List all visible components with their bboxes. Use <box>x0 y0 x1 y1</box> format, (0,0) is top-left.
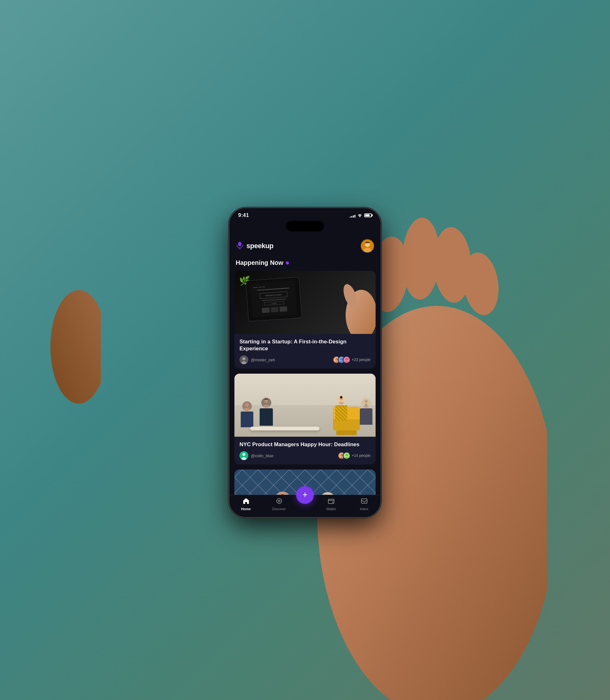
attendees-1: +23 people <box>333 356 371 363</box>
signal-bars-icon <box>350 213 355 218</box>
svg-point-40 <box>365 400 368 403</box>
svg-point-49 <box>346 454 348 456</box>
svg-point-18 <box>242 357 245 360</box>
live-dot <box>286 261 289 265</box>
svg-point-52 <box>275 492 290 495</box>
battery-fill <box>365 214 370 216</box>
status-time: 9:41 <box>238 213 249 218</box>
app-header: speekup <box>229 234 381 257</box>
svg-point-62 <box>278 500 280 502</box>
svg-point-38 <box>340 396 342 399</box>
status-bar: 9:41 <box>229 208 381 221</box>
attendee-avatar-3 <box>343 356 350 363</box>
attendee-avatar-2-2 <box>343 452 350 460</box>
home-icon <box>243 498 250 506</box>
svg-point-7 <box>359 216 360 217</box>
card-body-1: Starting in a Startup: A First-in-the-De… <box>235 334 375 369</box>
nav-home-label: Home <box>241 507 251 511</box>
battery-icon <box>364 214 372 217</box>
logo-icon <box>236 241 244 251</box>
signal-bar-2 <box>351 216 352 218</box>
svg-point-27 <box>346 358 348 360</box>
fab-icon: + <box>303 490 307 499</box>
attendee-group-1 <box>333 356 350 363</box>
host-name-1: @mister_zeh <box>251 358 275 362</box>
bottom-nav: + Home <box>229 495 381 517</box>
signal-bar-4 <box>354 215 355 218</box>
nav-wallet-label: Wallet <box>326 507 336 511</box>
svg-point-43 <box>242 453 245 456</box>
nav-discover[interactable]: Discover <box>262 498 295 511</box>
event-card-1[interactable]: 🌿 <box>235 271 375 369</box>
svg-rect-63 <box>328 499 334 503</box>
fab-button[interactable]: + <box>296 486 314 504</box>
nav-inbox-label: Inbox <box>360 507 368 511</box>
attendee-count-1: +23 people <box>352 358 371 362</box>
card-meta-1: @mister_zeh <box>239 355 371 364</box>
card-body-2: NYC Product Managers Happy Hour: Deadlin… <box>235 437 375 465</box>
attendees-2: +14 people <box>338 452 371 460</box>
card-title-1: Starting in a Startup: A First-in-the-De… <box>239 338 371 352</box>
svg-rect-8 <box>238 242 241 246</box>
nav-home[interactable]: Home <box>229 498 262 511</box>
wifi-icon <box>357 213 362 218</box>
nav-wallet[interactable]: Wallet <box>315 498 348 511</box>
phone-screen: 9:41 <box>229 208 381 517</box>
card-meta-2: @colin_blue <box>239 451 371 460</box>
svg-point-30 <box>245 403 249 407</box>
phone-frame: 9:41 <box>229 208 381 517</box>
event-card-2[interactable]: NYC Product Managers Happy Hour: Deadlin… <box>235 374 375 465</box>
app-content[interactable]: speekup <box>229 234 381 495</box>
svg-point-58 <box>320 492 335 495</box>
host-name-2: @colin_blue <box>251 453 273 458</box>
signal-bar-1 <box>350 217 351 218</box>
status-icons <box>350 213 372 218</box>
discover-icon <box>276 498 283 506</box>
svg-point-61 <box>277 498 282 503</box>
nav-inbox[interactable]: Inbox <box>348 498 381 511</box>
svg-point-6 <box>50 290 101 404</box>
wallet-icon <box>328 498 335 506</box>
dynamic-island <box>286 221 324 231</box>
attendee-group-2 <box>338 452 350 460</box>
inbox-icon <box>361 498 368 506</box>
logo-text: speekup <box>246 242 273 250</box>
host-avatar-2 <box>239 451 248 460</box>
attendee-count-2: +14 people <box>352 453 371 458</box>
section-heading: Happening Now <box>229 257 381 271</box>
card-title-2: NYC Product Managers Happy Hour: Deadlin… <box>239 441 371 448</box>
logo-container: speekup <box>236 241 273 251</box>
host-info-1: @mister_zeh <box>239 355 275 364</box>
section-title: Happening Now <box>236 259 283 266</box>
nav-discover-label: Discover <box>272 507 286 511</box>
host-info-2: @colin_blue <box>239 451 273 460</box>
user-avatar[interactable] <box>360 239 374 253</box>
svg-rect-64 <box>332 502 333 503</box>
svg-point-33 <box>264 399 268 403</box>
host-avatar-1 <box>239 355 248 364</box>
signal-bar-3 <box>353 215 354 218</box>
